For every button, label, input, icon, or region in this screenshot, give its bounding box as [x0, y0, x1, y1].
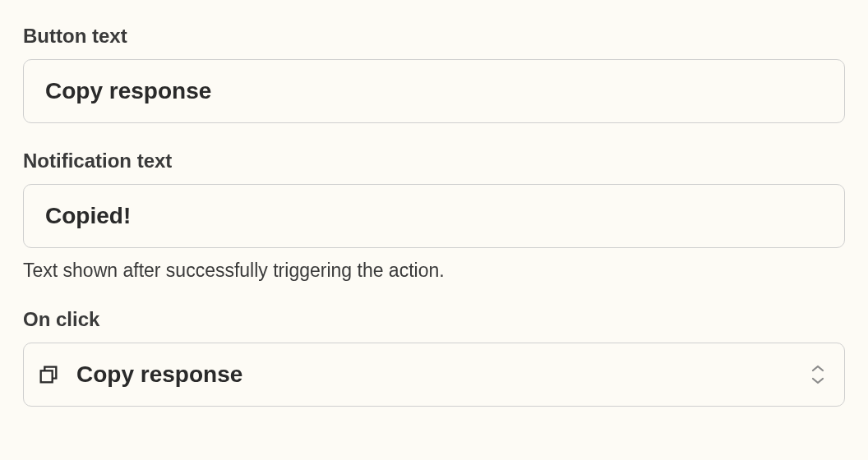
on-click-label: On click: [23, 308, 845, 331]
on-click-field: On click Copy response: [23, 308, 845, 407]
on-click-selected-label: Copy response: [76, 361, 242, 388]
notification-text-help: Text shown after successfully triggering…: [23, 260, 845, 282]
select-chevrons-icon: [809, 362, 827, 387]
button-text-input[interactable]: [23, 59, 845, 123]
on-click-select-wrap: Copy response: [23, 343, 845, 407]
copy-icon: [37, 363, 60, 386]
button-text-field: Button text: [23, 25, 845, 123]
on-click-select[interactable]: Copy response: [23, 343, 845, 407]
svg-rect-0: [41, 370, 53, 382]
notification-text-label: Notification text: [23, 150, 845, 172]
button-text-label: Button text: [23, 25, 845, 48]
form-section: Button text Notification text Text shown…: [0, 0, 868, 407]
notification-text-input[interactable]: [23, 184, 845, 248]
notification-text-field: Notification text Text shown after succe…: [23, 150, 845, 282]
